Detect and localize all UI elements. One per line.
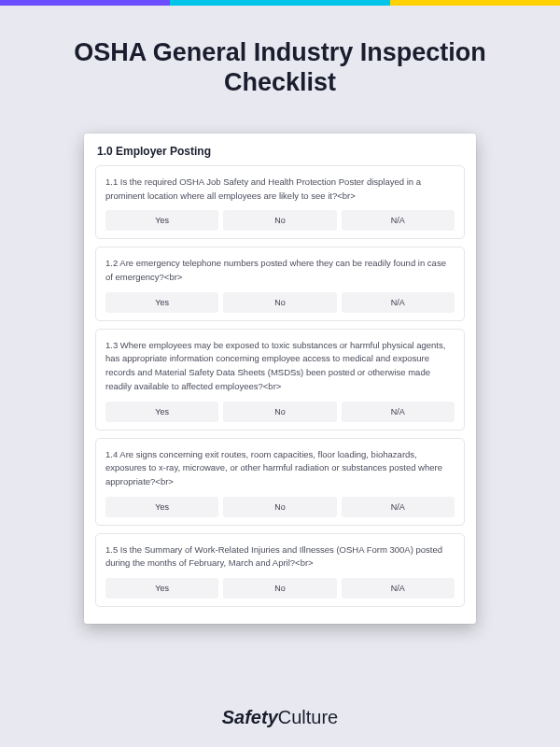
brand-logo: SafetyCulture	[0, 707, 560, 728]
question-text: 1.4 Are signs concerning exit routes, ro…	[105, 448, 455, 489]
option-na-button[interactable]: N/A	[342, 497, 455, 517]
brand-logo-light: Culture	[278, 707, 338, 727]
option-na-button[interactable]: N/A	[342, 402, 455, 422]
section-heading: 1.0 Employer Posting	[95, 145, 465, 158]
option-no-button[interactable]: No	[223, 402, 336, 422]
page-title: OSHA General Industry Inspection Checkli…	[0, 37, 560, 98]
question-block: 1.5 Is the Summary of Work-Related Injur…	[95, 533, 465, 607]
option-row: Yes No N/A	[105, 497, 455, 517]
question-text: 1.5 Is the Summary of Work-Related Injur…	[105, 543, 455, 571]
option-na-button[interactable]: N/A	[342, 292, 455, 313]
option-no-button[interactable]: No	[223, 210, 336, 231]
brand-stripe	[0, 0, 560, 6]
question-block: 1.1 Is the required OSHA Job Safety and …	[95, 165, 465, 239]
option-yes-button[interactable]: Yes	[105, 578, 218, 599]
option-yes-button[interactable]: Yes	[105, 210, 218, 231]
option-na-button[interactable]: N/A	[342, 578, 455, 599]
option-row: Yes No N/A	[105, 292, 455, 313]
option-no-button[interactable]: No	[223, 292, 336, 313]
option-row: Yes No N/A	[105, 578, 455, 599]
option-no-button[interactable]: No	[223, 497, 336, 517]
brand-logo-bold: Safety	[222, 707, 278, 727]
option-yes-button[interactable]: Yes	[105, 402, 218, 422]
stripe-segment	[170, 0, 390, 6]
option-yes-button[interactable]: Yes	[105, 497, 218, 517]
checklist-card: 1.0 Employer Posting 1.1 Is the required…	[84, 134, 476, 624]
stripe-segment	[0, 0, 170, 6]
question-block: 1.3 Where employees may be exposed to to…	[95, 329, 465, 430]
option-no-button[interactable]: No	[223, 578, 336, 599]
question-block: 1.4 Are signs concerning exit routes, ro…	[95, 438, 465, 526]
option-row: Yes No N/A	[105, 402, 455, 422]
option-yes-button[interactable]: Yes	[105, 292, 218, 313]
stripe-segment	[390, 0, 560, 6]
question-text: 1.2 Are emergency telephone numbers post…	[105, 257, 455, 284]
question-block: 1.2 Are emergency telephone numbers post…	[95, 247, 465, 320]
option-na-button[interactable]: N/A	[342, 210, 455, 231]
question-text: 1.3 Where employees may be exposed to to…	[105, 339, 455, 394]
option-row: Yes No N/A	[105, 210, 455, 231]
question-text: 1.1 Is the required OSHA Job Safety and …	[105, 176, 455, 203]
